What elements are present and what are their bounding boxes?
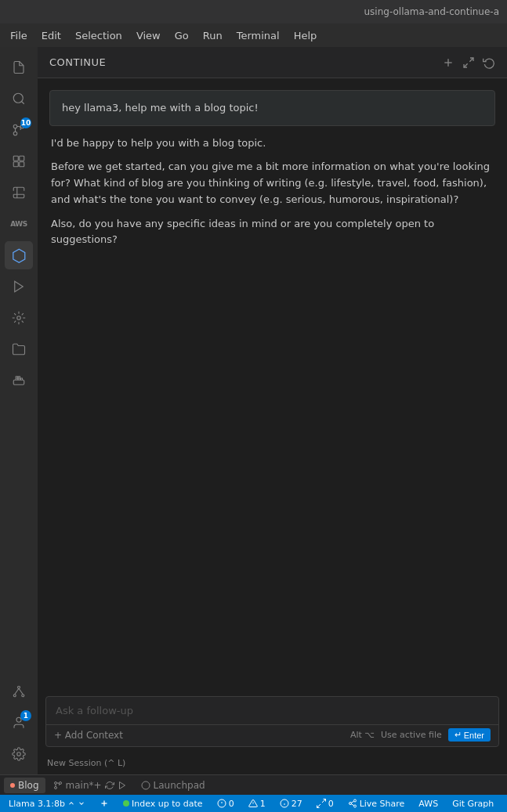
live-share[interactable]: Live Share <box>346 799 407 809</box>
svg-point-15 <box>22 695 24 697</box>
add-chat-icon[interactable] <box>442 56 454 69</box>
error-count[interactable]: 0 <box>215 799 237 809</box>
input-shortcuts: Alt ⌥ Use active file ↵ Enter <box>350 728 491 742</box>
remote-count[interactable]: 0 <box>314 799 336 809</box>
activity-run-debug[interactable] <box>5 272 33 301</box>
error-label: 0 <box>229 799 234 809</box>
svg-point-43 <box>349 803 351 805</box>
menu-terminal[interactable]: Terminal <box>230 27 286 45</box>
activity-test[interactable] <box>5 179 33 207</box>
activity-continue[interactable]: ⬡ <box>5 241 33 269</box>
blog-dot <box>10 783 15 788</box>
menu-view[interactable]: View <box>130 27 167 45</box>
add-context-button[interactable]: + Add Context <box>54 730 123 741</box>
warning-icon <box>248 799 258 808</box>
live-share-label: Live Share <box>360 799 405 809</box>
editor-area: CONTINUE hey llama3, help me with a blog… <box>38 47 507 774</box>
active-file-shortcut[interactable]: Use active file <box>381 730 442 740</box>
model-label: Llama 3.1:8b <box>9 799 65 809</box>
activity-settings[interactable] <box>5 740 33 768</box>
chat-input-field[interactable] <box>46 697 498 724</box>
menu-run[interactable]: Run <box>197 27 229 45</box>
menu-edit[interactable]: Edit <box>35 27 67 45</box>
bottom-tabs: Blog main*+ Launchpad <box>0 774 507 795</box>
history-icon[interactable] <box>483 56 495 69</box>
chat-input-area: + Add Context Alt ⌥ Use active file ↵ En… <box>45 696 499 747</box>
svg-rect-6 <box>13 156 18 161</box>
menu-selection[interactable]: Selection <box>69 27 129 45</box>
tab-blog-label: Blog <box>18 780 39 791</box>
index-status[interactable]: Index up to date <box>121 799 205 809</box>
branch-icon <box>53 781 63 790</box>
svg-line-1 <box>21 101 24 103</box>
new-session[interactable]: New Session (^ L) <box>38 755 507 774</box>
activity-account[interactable]: 1 <box>5 709 33 737</box>
account-badge: 1 <box>20 710 31 721</box>
svg-rect-12 <box>13 380 24 384</box>
svg-marker-10 <box>15 281 24 292</box>
chat-input-footer: + Add Context Alt ⌥ Use active file ↵ En… <box>46 724 498 746</box>
status-bar: Llama 3.1:8b Index up to date 0 1 27 0 L… <box>0 795 507 812</box>
svg-point-25 <box>54 786 56 789</box>
launchpad-icon <box>141 781 150 790</box>
warning-count[interactable]: 1 <box>246 799 268 809</box>
user-message: hey llama3, help me with a blog topic! <box>49 90 495 126</box>
activity-folder[interactable] <box>5 335 33 363</box>
enter-button[interactable]: ↵ Enter <box>448 728 491 742</box>
svg-point-42 <box>353 799 356 802</box>
menu-go[interactable]: Go <box>168 27 195 45</box>
title-bar-text: using-ollama-and-continue-a <box>364 6 499 17</box>
chat-header: CONTINUE <box>38 47 507 78</box>
menu-file[interactable]: File <box>4 27 34 45</box>
main-area: 10 AWS ⬡ 1 <box>0 47 507 774</box>
svg-marker-28 <box>119 781 125 789</box>
chevron-down-icon <box>78 799 85 807</box>
ai-message: I'd be happy to help you with a blog top… <box>49 135 495 249</box>
model-selector[interactable]: Llama 3.1:8b <box>6 799 88 809</box>
alt-shortcut: Alt ⌥ <box>350 730 375 740</box>
svg-line-23 <box>464 63 468 67</box>
activity-explorer[interactable] <box>5 53 33 81</box>
svg-point-14 <box>13 695 16 697</box>
activity-topology[interactable] <box>5 677 33 706</box>
activity-docker[interactable] <box>5 366 33 395</box>
svg-point-4 <box>13 132 17 135</box>
svg-rect-8 <box>13 162 18 167</box>
sync-icon <box>105 781 114 790</box>
tab-main[interactable]: main*+ <box>47 778 133 793</box>
svg-line-22 <box>469 58 473 62</box>
info-count[interactable]: 27 <box>277 799 305 809</box>
svg-rect-7 <box>20 156 24 161</box>
activity-extensions[interactable] <box>5 147 33 175</box>
svg-line-40 <box>322 799 326 803</box>
plus-icon <box>100 799 109 808</box>
menu-help[interactable]: Help <box>288 27 324 45</box>
activity-remote[interactable] <box>5 304 33 332</box>
git-graph[interactable]: Git Graph <box>450 799 496 809</box>
tab-launchpad[interactable]: Launchpad <box>135 778 212 793</box>
remote-label: 0 <box>328 799 334 809</box>
live-share-icon <box>348 799 357 808</box>
chevron-up-icon <box>67 799 75 807</box>
tab-blog[interactable]: Blog <box>4 778 45 793</box>
svg-point-24 <box>54 781 56 784</box>
svg-line-16 <box>15 688 19 695</box>
activity-search[interactable] <box>5 85 33 113</box>
activity-source-control[interactable]: 10 <box>5 116 33 144</box>
svg-line-41 <box>317 804 320 808</box>
chat-title: CONTINUE <box>49 56 106 68</box>
svg-point-44 <box>353 805 356 807</box>
tab-main-label: main*+ <box>66 780 102 791</box>
aws-status[interactable]: AWS <box>416 799 440 809</box>
error-icon <box>217 799 226 808</box>
expand-icon[interactable] <box>462 56 475 69</box>
add-model-button[interactable] <box>97 799 111 808</box>
svg-rect-9 <box>20 162 24 167</box>
index-dot <box>123 800 129 807</box>
svg-point-19 <box>17 752 21 756</box>
svg-point-11 <box>17 316 21 320</box>
svg-point-2 <box>13 125 17 128</box>
svg-line-17 <box>19 688 23 695</box>
activity-aws[interactable]: AWS <box>5 210 33 238</box>
svg-line-46 <box>351 801 353 803</box>
